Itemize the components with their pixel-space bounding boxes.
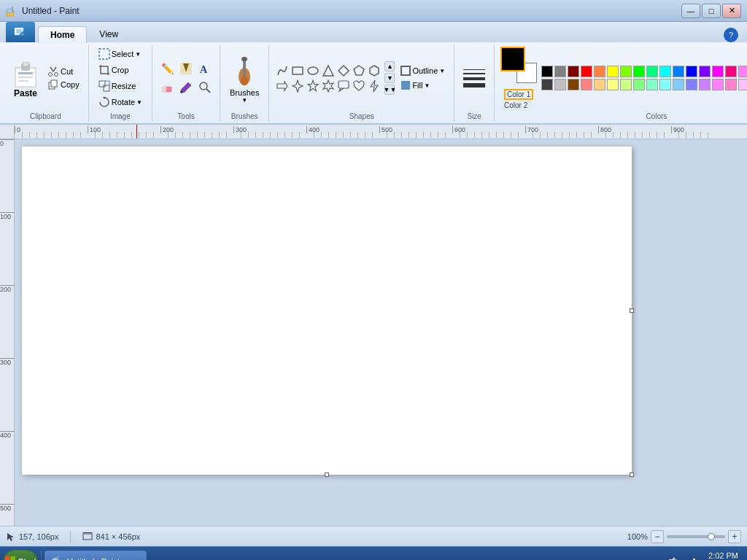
ruler-minor-tick-h <box>496 132 497 138</box>
ruler-minor-tick-h <box>314 132 314 138</box>
color-swatch[interactable] <box>673 66 684 77</box>
size-line-2[interactable] <box>463 73 485 74</box>
select-button[interactable]: Select ▼ <box>95 47 146 61</box>
color-swatch[interactable] <box>554 79 566 90</box>
shape-star5[interactable] <box>306 79 320 93</box>
ruler-minor-tick-h <box>547 132 548 138</box>
shape-star6[interactable] <box>321 79 336 93</box>
color-swatch[interactable] <box>541 66 553 77</box>
color-swatch[interactable] <box>633 66 645 77</box>
tools-group-content: ✏️ A <box>158 47 214 109</box>
svg-point-11 <box>49 73 53 77</box>
brushes-button[interactable]: Brushes ▼ <box>226 50 263 107</box>
shape-triangle[interactable] <box>321 63 336 78</box>
maximize-button[interactable]: □ <box>702 4 721 18</box>
shapes-scroll-up[interactable]: ▲ <box>384 61 395 71</box>
color-swatch[interactable] <box>581 79 592 90</box>
cut-button[interactable]: Cut <box>45 66 82 77</box>
color-swatch[interactable] <box>738 79 747 90</box>
color-swatch[interactable] <box>633 79 645 90</box>
ruler-minor-tick-h <box>270 132 271 138</box>
color-swatch[interactable] <box>699 66 711 77</box>
eraser-tool[interactable] <box>158 79 176 96</box>
color-swatch[interactable] <box>699 79 711 90</box>
shapes-scroll-down[interactable]: ▼ <box>384 73 395 83</box>
color-swatch[interactable] <box>607 79 619 90</box>
color-swatch[interactable] <box>607 66 619 77</box>
magnifier-tool[interactable] <box>196 79 214 96</box>
taskbar-divider <box>41 551 42 561</box>
fill-button[interactable]: Fill ▼ <box>398 79 448 91</box>
shape-callout[interactable] <box>336 79 351 93</box>
shape-star4[interactable] <box>290 79 305 93</box>
shape-hexagon[interactable] <box>367 63 382 78</box>
zoom-thumb[interactable] <box>708 533 715 540</box>
size-line-4[interactable] <box>463 83 485 88</box>
shape-freeform[interactable] <box>275 63 290 78</box>
color-swatch[interactable] <box>686 79 697 90</box>
color-swatch[interactable] <box>686 66 697 77</box>
color-swatch[interactable] <box>659 79 671 90</box>
paint-menu-button[interactable] <box>6 22 35 42</box>
color-swatch[interactable] <box>594 79 605 90</box>
crop-button[interactable]: Crop <box>95 63 146 77</box>
help-button[interactable]: ? <box>724 28 738 42</box>
color-swatch[interactable] <box>712 66 724 77</box>
color-swatch[interactable] <box>568 66 579 77</box>
shape-ellipse[interactable] <box>306 63 320 78</box>
brushes-group-label: Brushes <box>231 109 258 120</box>
shape-rect[interactable] <box>290 63 305 78</box>
color-swatch[interactable] <box>620 66 632 77</box>
color-swatch[interactable] <box>646 79 658 90</box>
ruler-minor-tick-h <box>343 132 344 138</box>
shape-heart[interactable] <box>352 79 366 93</box>
tab-home[interactable]: Home <box>38 26 87 44</box>
tab-view[interactable]: View <box>87 25 131 42</box>
ruler-minor-tick-h <box>117 132 117 138</box>
shape-diamond[interactable] <box>336 63 351 78</box>
minimize-button[interactable]: — <box>681 4 700 18</box>
color-swatch[interactable] <box>725 66 737 77</box>
color1-swatch[interactable] <box>500 47 525 71</box>
fill-tool[interactable] <box>177 60 195 77</box>
color-swatch[interactable] <box>541 79 553 90</box>
resize-button[interactable]: Resize <box>95 79 146 93</box>
shape-lightning[interactable] <box>367 79 382 93</box>
shape-rightarrow[interactable] <box>275 79 290 93</box>
color-swatch[interactable] <box>659 66 671 77</box>
text-tool[interactable]: A <box>196 60 214 77</box>
zoom-out-button[interactable]: − <box>651 530 664 543</box>
pencil-tool[interactable]: ✏️ <box>158 60 176 77</box>
canvas-handle-mr[interactable] <box>630 308 634 313</box>
color-swatch[interactable] <box>725 79 737 90</box>
paste-button[interactable]: Paste <box>9 55 42 101</box>
drawing-canvas[interactable] <box>22 147 632 475</box>
color-swatch[interactable] <box>673 79 684 90</box>
size-line-3[interactable] <box>463 77 485 80</box>
color-swatch[interactable] <box>568 79 579 90</box>
color-swatch[interactable] <box>712 79 724 90</box>
color-swatch[interactable] <box>620 79 632 90</box>
ruler-minor-tick-h <box>73 132 74 138</box>
ruler-minor-tick-h <box>518 132 519 138</box>
color-swatch[interactable] <box>594 66 605 77</box>
color-swatch[interactable] <box>554 66 566 77</box>
size-line-1[interactable] <box>463 69 485 70</box>
canvas-handle-br[interactable] <box>630 472 634 477</box>
color-picker-tool[interactable] <box>177 79 195 96</box>
color-swatch[interactable] <box>646 66 658 77</box>
rotate-button[interactable]: Rotate ▼ <box>95 95 146 109</box>
canvas-handle-bm[interactable] <box>325 472 329 477</box>
shapes-expand[interactable]: ▼▼ <box>384 85 395 95</box>
taskbar-app-paint[interactable]: Untitled - Paint <box>44 551 147 561</box>
color-swatch[interactable] <box>581 66 592 77</box>
shape-pentagon[interactable] <box>352 63 366 78</box>
zoom-in-button[interactable]: + <box>728 530 741 543</box>
zoom-slider[interactable] <box>667 535 725 538</box>
close-button[interactable]: ✕ <box>722 4 741 18</box>
copy-button[interactable]: Copy <box>45 79 82 90</box>
color-swatch[interactable] <box>738 66 747 77</box>
start-button[interactable]: Start <box>3 550 38 561</box>
ruler-minor-tick-h <box>642 132 643 138</box>
outline-button[interactable]: Outline ▼ <box>398 65 448 77</box>
